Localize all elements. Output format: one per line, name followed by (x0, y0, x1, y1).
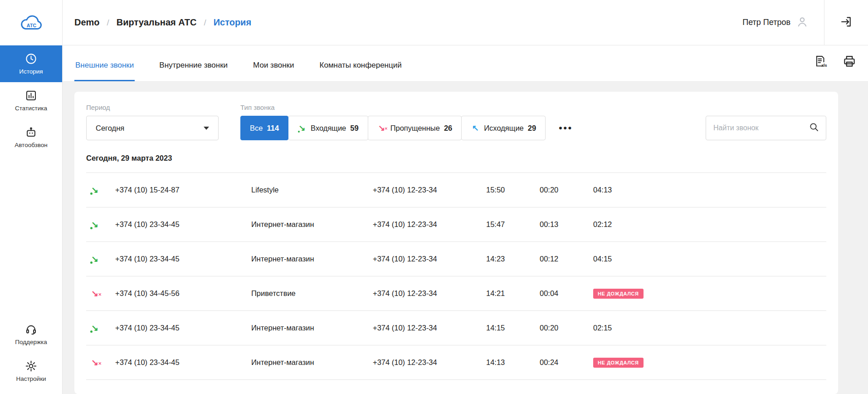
robot-icon (25, 126, 37, 138)
call-duration: 02:12 (593, 220, 612, 228)
header-right: Петр Петров (742, 0, 868, 45)
chevron-down-icon (204, 127, 209, 130)
call-time: 15:50 (486, 186, 540, 194)
more-filters-button[interactable]: ••• (557, 118, 575, 138)
status-badge: не дождался (593, 289, 644, 299)
tab-external-calls[interactable]: Внешние звонки (74, 45, 135, 81)
wait-time: 00:13 (540, 220, 593, 229)
call-row[interactable]: +374 (10) 23-34-45Интернет-магазин+374 (… (86, 311, 826, 345)
search-icon[interactable] (809, 122, 819, 134)
destination-name: Интернет-магазин (251, 220, 373, 229)
breadcrumb-separator: / (204, 18, 206, 28)
sidebar-item-statistics[interactable]: Статистика (0, 82, 62, 119)
cloud-logo-icon: АТС (17, 11, 45, 34)
filter-label: Все (250, 124, 263, 133)
callee-number: +374 (10) 12-23-34 (373, 358, 486, 367)
call-row[interactable]: +374 (10) 23-34-45Интернет-магазин+374 (… (86, 345, 826, 380)
destination-name: Интернет-магазин (251, 358, 373, 367)
printer-icon (843, 54, 856, 69)
wait-time: 00:04 (540, 289, 593, 298)
breadcrumb-separator: / (107, 18, 109, 28)
bar-chart-icon (25, 89, 37, 102)
tab-my-calls[interactable]: Мои звонки (252, 45, 295, 81)
export-xls-button[interactable]: xls (814, 54, 827, 69)
callee-number: +374 (10) 12-23-34 (373, 289, 486, 298)
destination-name: Интернет-магазин (251, 324, 373, 332)
sidebar-item-autodial[interactable]: Автообзвон (0, 119, 62, 156)
period-value: Сегодня (96, 124, 124, 133)
call-type-group: Тип звонка Все114 Входящие59 Пропущенные… (240, 103, 575, 140)
main-area: Demo / Виртуальная АТС / История Петр Пе… (63, 0, 868, 394)
call-direction-icon (90, 358, 100, 368)
call-type-label: Тип звонка (240, 103, 575, 111)
sidebar-item-label: Поддержка (15, 339, 47, 345)
tabs-bar: Внешние звонки Внутренние звонки Мои зво… (63, 45, 868, 82)
callee-number: +374 (10) 12-23-34 (373, 220, 486, 229)
breadcrumb-item-demo[interactable]: Demo (74, 17, 100, 28)
caller-number: +374 (10) 23-34-45 (115, 324, 251, 332)
tabs: Внешние звонки Внутренние звонки Мои зво… (74, 45, 403, 81)
call-duration: 02:15 (593, 324, 612, 332)
caller-number: +374 (10) 23-34-45 (115, 220, 251, 229)
top-header: Demo / Виртуальная АТС / История Петр Пе… (63, 0, 868, 45)
search-box (706, 116, 826, 140)
filter-count: 29 (528, 124, 536, 133)
tabs-actions: xls (814, 54, 856, 81)
breadcrumb-item-vats[interactable]: Виртуальная АТС (117, 17, 197, 28)
call-duration: 04:15 (593, 255, 612, 263)
user-avatar-icon (796, 15, 809, 30)
logo-text: АТС (26, 23, 36, 28)
wait-time: 00:12 (540, 255, 593, 263)
wait-time: 00:20 (540, 186, 593, 194)
user-menu[interactable]: Петр Петров (742, 15, 824, 30)
search-input[interactable] (713, 124, 809, 132)
call-row[interactable]: +374 (10) 15-24-87Lifestyle+374 (10) 12-… (86, 173, 826, 207)
call-direction-icon (90, 323, 100, 333)
filter-label: Исходящие (484, 124, 524, 133)
destination-name: Приветствие (251, 289, 373, 298)
filter-incoming-button[interactable]: Входящие59 (288, 116, 368, 140)
user-name: Петр Петров (742, 18, 790, 27)
breadcrumb-item-history: История (214, 17, 251, 28)
destination-name: Интернет-магазин (251, 255, 373, 263)
sidebar-item-settings[interactable]: Настройки (0, 353, 62, 389)
logout-button[interactable] (824, 0, 868, 45)
caller-number: +374 (10) 23-34-45 (115, 358, 251, 367)
sidebar-item-support[interactable]: Поддержка (0, 316, 62, 353)
sidebar-nav-bottom: Поддержка Настройки (0, 316, 62, 389)
call-time: 14:15 (486, 324, 540, 332)
print-button[interactable] (843, 54, 856, 69)
caller-number: +374 (10) 23-34-45 (115, 255, 251, 263)
filter-count: 26 (444, 124, 452, 133)
sidebar-item-label: История (19, 68, 43, 75)
svg-text:xls: xls (822, 63, 827, 68)
call-row[interactable]: +374 (10) 34-45-56Приветствие+374 (10) 1… (86, 276, 826, 311)
filter-count: 114 (267, 124, 279, 133)
calls-card: Период Сегодня Тип звонка Все114 Входящи… (74, 92, 838, 394)
period-group: Период Сегодня (86, 103, 219, 140)
filter-outgoing-button[interactable]: Исходящие29 (461, 116, 546, 140)
call-time: 14:13 (486, 358, 540, 367)
breadcrumb: Demo / Виртуальная АТС / История (74, 17, 251, 28)
missed-call-icon (377, 123, 386, 133)
clock-icon (25, 53, 37, 65)
xls-export-icon: xls (814, 54, 827, 69)
tab-conference-rooms[interactable]: Комнаты конференций (319, 45, 403, 81)
tab-internal-calls[interactable]: Внутренние звонки (158, 45, 229, 81)
date-group-header: Сегодня, 29 марта 2023 (86, 154, 826, 163)
filter-missed-button[interactable]: Пропущенные26 (368, 116, 462, 140)
call-row[interactable]: +374 (10) 23-34-45Интернет-магазин+374 (… (86, 242, 826, 276)
call-time: 14:23 (486, 255, 540, 263)
app-logo[interactable]: АТС (0, 0, 62, 45)
caller-number: +374 (10) 34-45-56 (115, 289, 251, 298)
content-area: Период Сегодня Тип звонка Все114 Входящи… (63, 82, 868, 394)
filter-all-button[interactable]: Все114 (240, 116, 288, 140)
call-row[interactable]: +374 (10) 23-34-45Интернет-магазин+374 (… (86, 207, 826, 242)
filter-label: Пропущенные (390, 124, 440, 133)
sidebar-item-history[interactable]: История (0, 45, 62, 82)
headset-icon (25, 323, 37, 335)
call-time: 15:47 (486, 220, 540, 229)
sidebar-nav-top: История Статистика (0, 45, 62, 156)
outgoing-call-icon (471, 123, 480, 133)
period-select[interactable]: Сегодня (86, 116, 219, 140)
